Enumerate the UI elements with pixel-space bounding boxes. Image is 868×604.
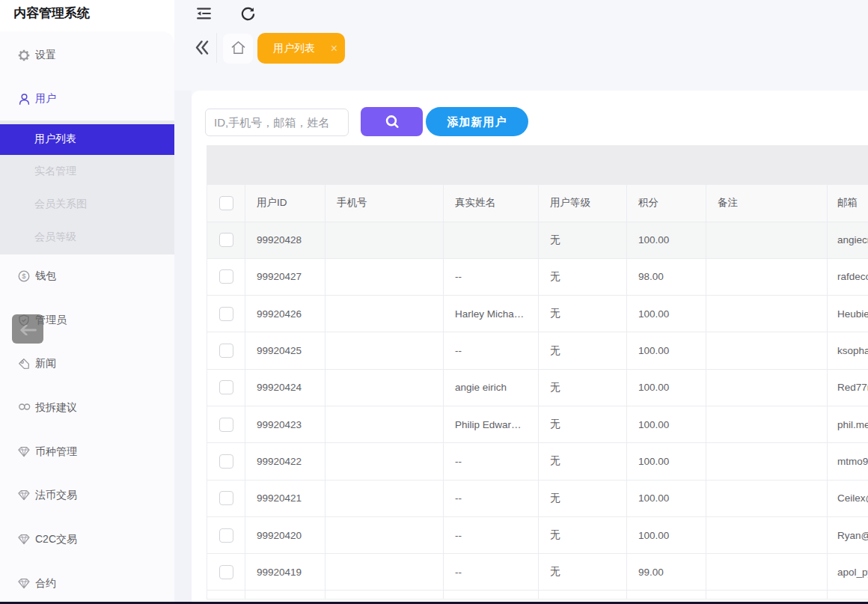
svg-text:$: $: [22, 272, 26, 280]
